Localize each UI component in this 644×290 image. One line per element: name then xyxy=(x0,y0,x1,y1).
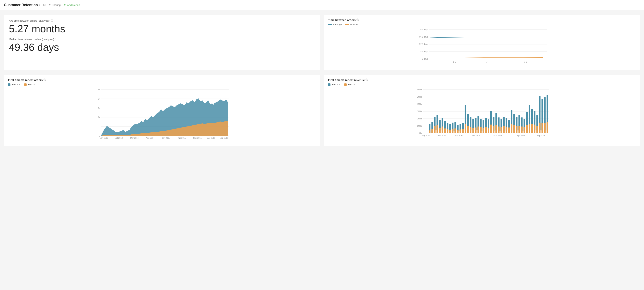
revenue-legend-first: First time xyxy=(328,83,341,86)
svg-rect-133 xyxy=(516,126,518,133)
sharing-label: Sharing xyxy=(52,3,61,6)
svg-text:Apr 2016: Apr 2016 xyxy=(517,135,525,137)
svg-rect-65 xyxy=(429,130,430,133)
median-label: Median time between orders (past year) ⓘ xyxy=(9,37,315,41)
svg-text:1–2: 1–2 xyxy=(453,61,456,63)
svg-rect-139 xyxy=(524,127,525,133)
revenue-chart-title: First time vs repeat revenue ⓘ xyxy=(328,78,636,82)
svg-rect-77 xyxy=(444,128,446,133)
svg-text:5–6: 5–6 xyxy=(524,61,527,63)
revenue-chart-card: First time vs repeat revenue ⓘ First tim… xyxy=(324,75,640,146)
app-header: Customer Retention ▾ ⚙ ⬆ Sharing ⊕ Add R… xyxy=(0,0,644,10)
svg-rect-137 xyxy=(521,126,523,133)
svg-rect-117 xyxy=(496,125,497,133)
svg-rect-89 xyxy=(460,129,461,133)
svg-rect-129 xyxy=(511,124,512,133)
tbo-legend: Average Median xyxy=(328,23,636,26)
svg-text:Jan 2015: Jan 2015 xyxy=(472,135,480,137)
svg-text:8k: 8k xyxy=(98,88,100,91)
orders-chart-title: First time vs repeat orders ⓘ xyxy=(8,78,316,82)
svg-rect-101 xyxy=(475,127,476,133)
report-title[interactable]: Customer Retention ▾ xyxy=(4,3,40,7)
svg-text:May 2013: May 2013 xyxy=(422,135,430,137)
svg-text:Apr 2016: Apr 2016 xyxy=(207,137,215,139)
svg-text:Mar 2014: Mar 2014 xyxy=(130,137,139,139)
svg-rect-103 xyxy=(478,126,479,133)
svg-rect-91 xyxy=(462,129,464,133)
avg-label: Avg time between orders (past year) ⓘ xyxy=(9,19,315,22)
svg-rect-149 xyxy=(536,126,538,133)
svg-text:86.8 days: 86.8 days xyxy=(419,36,428,38)
orders-repeat-dot xyxy=(24,83,26,86)
svg-rect-87 xyxy=(457,130,459,133)
svg-text:Oct 2013: Oct 2013 xyxy=(114,137,123,139)
svg-text:0: 0 xyxy=(99,135,100,137)
svg-text:1M kr: 1M kr xyxy=(417,125,422,127)
svg-rect-67 xyxy=(432,129,433,133)
svg-text:0 days: 0 days xyxy=(422,58,428,60)
revenue-repeat-dot xyxy=(344,83,346,86)
svg-text:57.9 days: 57.9 days xyxy=(419,43,428,45)
orders-legend-repeat: Repeat xyxy=(24,83,35,86)
revenue-legend: First time Repeat xyxy=(328,83,636,86)
svg-rect-71 xyxy=(436,125,438,133)
revenue-chart-container: 6M kr 5M kr 4M kr 3M kr 2M kr 1M kr 0 kr… xyxy=(328,88,636,143)
time-between-orders-title: Time between orders ⓘ xyxy=(328,18,636,22)
add-report-button[interactable]: ⊕ Add Report xyxy=(64,3,80,7)
svg-text:3M kr: 3M kr xyxy=(417,110,422,113)
svg-rect-73 xyxy=(439,128,441,133)
settings-icon[interactable]: ⚙ xyxy=(43,3,46,7)
tbo-info-icon[interactable]: ⓘ xyxy=(356,18,359,22)
median-value: 49.36 days xyxy=(9,42,315,53)
svg-rect-85 xyxy=(454,128,456,133)
svg-rect-63 xyxy=(424,133,426,133)
svg-rect-127 xyxy=(508,127,510,133)
svg-text:115.7 days: 115.7 days xyxy=(418,28,428,31)
svg-rect-143 xyxy=(529,124,530,133)
svg-text:Jun 2015: Jun 2015 xyxy=(178,137,186,139)
avg-info-icon[interactable]: ⓘ xyxy=(51,19,53,22)
svg-text:Jan 2015: Jan 2015 xyxy=(162,137,170,139)
top-grid: Avg time between orders (past year) ⓘ 5.… xyxy=(4,15,640,70)
svg-text:6k: 6k xyxy=(98,98,100,100)
svg-text:3–4: 3–4 xyxy=(486,61,490,63)
svg-rect-109 xyxy=(485,127,487,133)
bottom-grid: First time vs repeat orders ⓘ First time… xyxy=(4,75,640,146)
orders-info-icon[interactable]: ⓘ xyxy=(44,78,46,82)
svg-rect-147 xyxy=(534,125,536,133)
legend-median: Median xyxy=(345,23,358,26)
svg-text:Nov 2015: Nov 2015 xyxy=(494,135,502,137)
metrics-card: Avg time between orders (past year) ⓘ 5.… xyxy=(4,15,320,70)
svg-text:Mar 2014: Mar 2014 xyxy=(455,135,463,137)
sharing-button[interactable]: ⬆ Sharing xyxy=(49,3,61,6)
legend-average: Average xyxy=(328,23,342,26)
svg-rect-135 xyxy=(518,126,520,133)
median-info-icon[interactable]: ⓘ xyxy=(55,37,57,41)
main-content: Avg time between orders (past year) ⓘ 5.… xyxy=(0,10,644,151)
tbo-chart-container: 115.7 days 86.8 days 57.9 days 28.9 days… xyxy=(328,27,636,67)
svg-rect-125 xyxy=(506,127,507,133)
svg-rect-121 xyxy=(501,127,502,133)
add-report-icon: ⊕ xyxy=(64,3,66,7)
svg-rect-145 xyxy=(531,124,533,133)
svg-text:May 2013: May 2013 xyxy=(100,137,108,139)
svg-text:4k: 4k xyxy=(98,107,100,109)
revenue-first-dot xyxy=(328,83,330,86)
orders-first-dot xyxy=(8,83,10,86)
svg-text:28.9 days: 28.9 days xyxy=(419,50,428,53)
svg-text:0 kr: 0 kr xyxy=(419,132,422,134)
revenue-info-icon[interactable]: ⓘ xyxy=(366,78,368,82)
orders-chart-container: 8k 6k 4k 2k 0 May 2013 Oct 2013 Mar 2014… xyxy=(8,88,316,143)
svg-rect-81 xyxy=(450,130,451,133)
add-report-label: Add Report xyxy=(67,3,80,6)
svg-rect-155 xyxy=(544,123,546,133)
svg-rect-83 xyxy=(452,129,454,133)
svg-rect-95 xyxy=(467,126,469,133)
svg-rect-123 xyxy=(503,126,505,133)
orders-legend-first: First time xyxy=(8,83,21,86)
time-between-orders-card: Time between orders ⓘ Average Median xyxy=(324,15,640,70)
svg-rect-107 xyxy=(483,128,484,133)
legend-median-line xyxy=(345,24,349,25)
sharing-icon: ⬆ xyxy=(49,3,51,6)
svg-text:2k: 2k xyxy=(98,116,100,118)
